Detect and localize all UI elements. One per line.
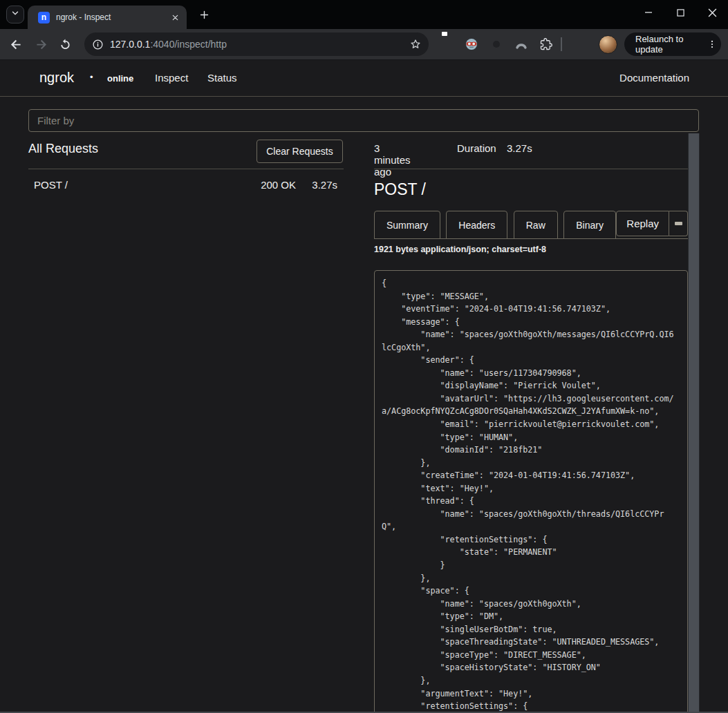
side-panel-icon[interactable] [576,39,588,51]
address-bar[interactable]: 127.0.0.1:4040/inspect/http [84,32,429,56]
ngrok-favicon-icon: n [38,12,50,23]
extension-lens-center [493,41,500,48]
browser-tabstrip: n ngrok - Inspect [0,0,728,29]
extensions-puzzle-icon[interactable] [540,38,552,50]
nav-item-inspect[interactable]: Inspect [155,72,188,84]
profile-avatar[interactable] [599,35,617,54]
nav-item-documentation[interactable]: Documentation [619,72,689,84]
request-detail-pane: 3 minutes ago Duration 3.27s POST / Summ… [374,133,700,713]
browser-toolbar: 127.0.0.1:4040/inspect/http [0,29,728,60]
replay-button[interactable]: Replay [616,211,669,236]
tab-raw[interactable]: Raw [514,211,558,239]
close-icon[interactable] [696,0,728,25]
replay-split-button: Replay [616,211,688,236]
maximize-icon[interactable] [664,0,696,25]
tab-title: ngrok - Inspect [56,12,169,22]
filter-input[interactable] [28,109,699,132]
url-path: :4040/inspect/http [150,39,227,50]
request-duration: 3.27s [312,179,337,191]
status-dot: • [90,72,93,82]
bookmark-star-icon[interactable] [409,38,422,50]
site-header: ngrok • online Inspect Status Documentat… [0,60,728,97]
nav-item-status[interactable]: Status [207,72,237,84]
detail-scrollbar[interactable] [688,133,700,713]
browser-tab[interactable]: n ngrok - Inspect [28,6,187,29]
back-icon[interactable] [4,32,28,56]
content-type-meta: 1921 bytes application/json; charset=utf… [374,245,546,254]
all-requests-title: All Requests [28,142,98,156]
toolbar-separator [561,37,562,51]
request-status: 200 OK [261,179,296,191]
window-controls [633,0,728,25]
request-body-code: { "type": "MESSAGE", "eventTime": "2024-… [374,270,688,713]
detail-title: POST / [374,180,426,199]
chevron-down-icon [10,8,20,21]
extension-goggles-icon[interactable] [465,38,478,50]
new-tab-button[interactable] [196,7,212,22]
ngrok-page: ngrok • online Inspect Status Documentat… [0,60,728,713]
ngrok-logo[interactable]: ngrok [39,70,74,86]
time-ago: 3 minutes ago [374,142,411,178]
relaunch-label: Relaunch to update [635,34,707,55]
replay-menu-icon [675,222,682,225]
reload-icon[interactable] [53,32,77,56]
request-list-divider [28,169,344,169]
replay-menu-button[interactable] [669,211,688,236]
extension-blue-inner [442,32,447,36]
minimize-icon[interactable] [633,0,664,25]
extension-arc-icon[interactable] [515,38,528,50]
site-info-icon[interactable] [92,39,104,50]
request-method-path: POST / [34,179,68,191]
status-online-label: online [107,73,133,84]
duration-value: 3.27s [507,142,532,154]
detail-tabs: Summary Headers Raw Binary Replay [374,211,688,239]
tab-headers[interactable]: Headers [446,211,507,239]
forward-icon [29,32,53,56]
url-host: 127.0.0.1 [110,39,150,50]
clear-requests-button[interactable]: Clear Requests [256,140,343,163]
detail-divider [374,169,688,169]
kebab-menu-icon[interactable] [707,39,717,50]
relaunch-button[interactable]: Relaunch to update [624,32,721,56]
tab-summary[interactable]: Summary [374,211,440,239]
tab-close-icon[interactable] [169,11,181,23]
request-row[interactable]: POST / 200 OK 3.27s [28,175,344,194]
duration-label: Duration [457,142,496,154]
scrollbar-thumb[interactable] [689,133,699,713]
tab-binary[interactable]: Binary [563,211,616,239]
tab-search-button[interactable] [6,6,24,23]
url-text: 127.0.0.1:4040/inspect/http [110,39,227,50]
